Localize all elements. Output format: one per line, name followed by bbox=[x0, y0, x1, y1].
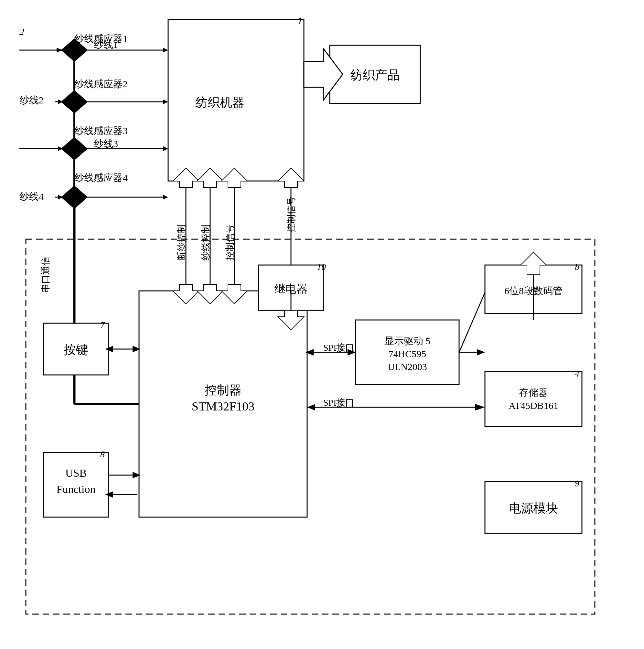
usb-number: 8 bbox=[100, 449, 105, 459]
button-label: 按键 bbox=[64, 343, 88, 356]
display-driver-label2: 74HC595 bbox=[389, 348, 426, 359]
spi-label2: SPI接口 bbox=[323, 397, 354, 407]
yarn2-label: 纱线2 bbox=[19, 95, 44, 105]
storage-label1: 存储器 bbox=[519, 387, 548, 398]
product-label: 纺织产品 bbox=[350, 68, 399, 82]
bus-label3: 控制信号 bbox=[225, 224, 235, 260]
loom-label: 纺织机器 bbox=[195, 96, 245, 109]
yarn1-out-label: 纱线1 bbox=[94, 39, 118, 50]
sensor2-label: 纱线感应器2 bbox=[74, 79, 128, 89]
bus-label2: 纱线控制 bbox=[201, 224, 210, 260]
loom-number: 1 bbox=[297, 15, 303, 27]
storage-box bbox=[485, 372, 582, 427]
power-number: 9 bbox=[575, 478, 579, 488]
usb-label1: USB bbox=[65, 467, 87, 479]
controller-label2: STM32F103 bbox=[192, 399, 254, 413]
yarn4-label: 纱线4 bbox=[19, 191, 44, 202]
power-label: 电源模块 bbox=[509, 501, 558, 515]
sensor3-label: 纱线感应器3 bbox=[74, 125, 128, 136]
sensor1-number: 2 bbox=[19, 26, 24, 37]
display-tube-number: b bbox=[575, 262, 579, 272]
bus-label1: 断纱控制 bbox=[176, 224, 186, 260]
control-signal-label: 控制信号 bbox=[286, 197, 296, 233]
diagram-container: 纺织机器 1 纺织产品 纱线感应器1 2 纱线1 纱线感应器2 纱线2 纱线 bbox=[0, 0, 644, 649]
serial-comm-label: 串口通信 bbox=[40, 257, 50, 293]
display-driver-label1: 显示驱动 5 bbox=[384, 336, 431, 346]
storage-number: 4 bbox=[575, 369, 579, 379]
display-driver-label3: ULN2003 bbox=[388, 361, 427, 372]
button-number: 7 bbox=[100, 320, 105, 330]
controller-label1: 控制器 bbox=[205, 383, 242, 397]
usb-label2: Function bbox=[56, 483, 96, 495]
sensor4-label: 纱线感应器4 bbox=[74, 172, 128, 183]
storage-label2: AT45DB161 bbox=[509, 400, 558, 411]
relay-number: 10 bbox=[317, 262, 326, 272]
yarn3-out-label: 纱线3 bbox=[94, 138, 118, 149]
